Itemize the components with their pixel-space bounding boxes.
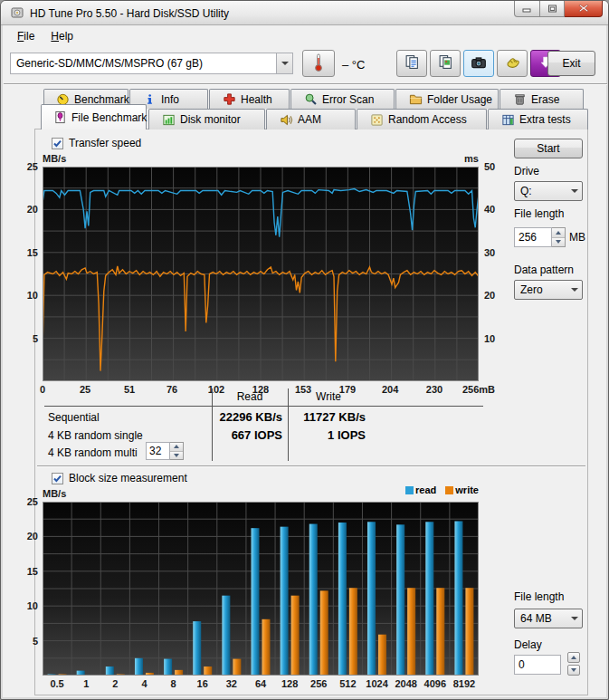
y-axis-tick: 5 xyxy=(33,333,43,344)
result-row-label: Sequential xyxy=(48,411,100,424)
x-axis-tick: 2 xyxy=(112,678,118,689)
chevron-down-icon xyxy=(567,288,582,292)
start-button[interactable]: Start xyxy=(514,139,583,158)
x-axis-tick: 51 xyxy=(124,384,135,395)
spinner-up-icon[interactable] xyxy=(552,228,565,237)
drive-dropdown[interactable]: Q: xyxy=(514,181,583,201)
data-pattern-dropdown[interactable]: Zero xyxy=(514,280,583,300)
read-bar xyxy=(338,523,347,676)
exit-button[interactable]: Exit xyxy=(547,51,595,76)
spinner-up-icon[interactable] xyxy=(170,443,183,451)
spinner-down-icon[interactable] xyxy=(170,451,183,460)
close-button[interactable] xyxy=(565,1,603,17)
x-axis-tick: 16 xyxy=(197,678,208,689)
y-axis-tick: 25 xyxy=(27,161,43,172)
read-bar xyxy=(396,524,404,676)
drive-select[interactable]: Generic-SD/MMC/MS/MSPRO (67 gB) xyxy=(10,53,293,74)
tab-label: Disk monitor xyxy=(180,113,241,126)
read-bar xyxy=(106,666,114,676)
tab-erase[interactable]: Erase xyxy=(500,89,584,109)
tab-disk-monitor[interactable]: Disk monitor xyxy=(148,109,265,129)
block-file-length-dropdown[interactable]: 64 MB xyxy=(514,609,583,628)
title-bar: HD Tune Pro 5.50 - Hard Disk/SSD Utility xyxy=(1,1,609,25)
x-axis-tick: 1024 xyxy=(366,678,387,689)
delay-input[interactable] xyxy=(514,655,561,675)
hand-icon xyxy=(505,54,520,72)
maximize-button[interactable] xyxy=(540,1,565,17)
window-controls xyxy=(514,1,603,17)
minimize-button[interactable] xyxy=(514,1,540,17)
multi-queue-spinner[interactable] xyxy=(146,442,184,460)
temperature-button[interactable] xyxy=(302,50,335,77)
screenshot-button[interactable] xyxy=(463,50,494,77)
temperature-value: – °C xyxy=(342,58,365,72)
tab-label: Folder Usage xyxy=(427,93,492,106)
spinner-buttons[interactable] xyxy=(170,442,184,460)
tab-aam[interactable]: AAM xyxy=(266,109,356,129)
aam-icon xyxy=(279,112,293,127)
x-axis-tick: 25 xyxy=(80,384,90,395)
drive-select-value: Generic-SD/MMC/MS/MSPRO (67 gB) xyxy=(11,57,276,70)
file-benchmark-icon xyxy=(53,110,67,125)
tab-health[interactable]: Health xyxy=(209,89,290,109)
x-axis-tick: 64 xyxy=(255,678,266,689)
extra-tests-icon xyxy=(500,112,515,127)
tab-error-scan[interactable]: Error Scan xyxy=(290,89,395,109)
tab-random-access[interactable]: Random Access xyxy=(357,109,487,129)
y-axis-tick: 20 xyxy=(27,204,43,215)
health-icon xyxy=(222,92,236,107)
tab-file-benchmark[interactable]: File Benchmark xyxy=(41,104,147,129)
data-pattern-value: Zero xyxy=(515,283,567,296)
sequential-read-value: 22296 KB/s xyxy=(212,410,282,424)
file-length-spinner[interactable]: MB xyxy=(514,227,585,247)
options-button[interactable] xyxy=(497,50,528,77)
x-axis-tick: 204 xyxy=(382,384,398,395)
tab-label: Health xyxy=(241,93,272,106)
menu-help[interactable]: Help xyxy=(43,27,81,46)
tab-label: File Benchmark xyxy=(71,111,147,124)
chevron-down-icon[interactable] xyxy=(276,53,292,73)
spinner-buttons[interactable] xyxy=(552,227,566,247)
tab-label: Info xyxy=(161,93,179,106)
result-row-label: 4 KB random single xyxy=(48,429,143,442)
read-column-header: Read xyxy=(212,390,288,403)
data-pattern-label: Data pattern xyxy=(514,264,574,276)
spinner-down-icon[interactable] xyxy=(552,237,565,247)
disk-monitor-icon xyxy=(161,112,176,127)
transfer-speed-checkbox[interactable]: Transfer speed xyxy=(52,137,141,149)
copy-text-button[interactable] xyxy=(396,50,427,77)
x-axis-tick: 8 xyxy=(171,678,176,689)
copy-image-icon xyxy=(438,54,453,72)
block-size-checkbox[interactable]: Block size measurement xyxy=(52,472,187,484)
y-axis-tick: 10 xyxy=(27,600,43,611)
section-separator xyxy=(37,465,585,467)
read-swatch-icon xyxy=(405,486,414,494)
tab-extra-tests[interactable]: Extra tests xyxy=(488,109,588,129)
start-button-label: Start xyxy=(537,142,559,155)
read-bar xyxy=(309,524,318,676)
menu-file[interactable]: File xyxy=(9,27,43,46)
write-column-header: Write xyxy=(288,390,369,403)
chevron-down-icon xyxy=(567,189,582,193)
random-access-icon xyxy=(369,112,384,127)
y-axis-tick: 10 xyxy=(27,290,43,301)
x-axis-tick: 512 xyxy=(339,678,356,689)
tab-folder-usage[interactable]: Folder Usage xyxy=(395,89,499,109)
copy-image-button[interactable] xyxy=(430,50,461,77)
chevron-down-icon xyxy=(567,617,582,620)
minimize-icon xyxy=(522,3,532,15)
transfer-speed-chart: 2520151055040302010025517610212815317920… xyxy=(43,167,479,381)
read-bar xyxy=(252,528,260,676)
delay-spinner-up[interactable] xyxy=(567,652,580,663)
multi-queue-input[interactable] xyxy=(146,442,170,460)
menu-bar: File Help xyxy=(4,27,607,46)
legend-write: write xyxy=(445,484,479,495)
close-icon xyxy=(578,3,589,15)
file-length-input[interactable] xyxy=(514,227,552,247)
write-bar xyxy=(291,596,300,676)
y-axis-tick: 40 xyxy=(479,204,495,215)
checkbox-checked-icon xyxy=(52,138,63,149)
delay-spinner-down[interactable] xyxy=(567,665,580,676)
block-size-chart: 2520151050.51248163264128256512102420484… xyxy=(43,502,479,676)
app-window: HD Tune Pro 5.50 - Hard Disk/SSD Utility… xyxy=(0,0,609,700)
